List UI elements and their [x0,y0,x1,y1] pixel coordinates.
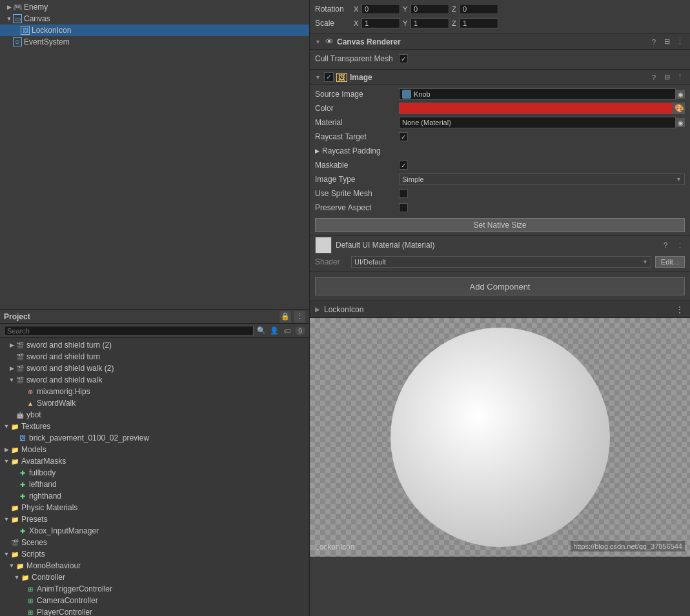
project-item-animtrigger[interactable]: ⊞ AnimTriggerController [0,583,309,595]
set-native-size-btn[interactable]: Set Native Size [315,218,685,232]
use-sprite-checkbox[interactable] [399,189,408,198]
preview-menu-btn[interactable]: ⋮ [675,304,685,315]
image-help[interactable]: ? [649,72,659,83]
source-image-picker-btn[interactable]: ◉ [676,90,685,99]
lock-btn[interactable]: 🔒 [279,311,291,323]
image-menu[interactable]: ⋮ [675,72,685,83]
arrow-xbox [10,527,18,535]
canvas-renderer-help[interactable]: ? [649,37,659,47]
scale-x-input[interactable] [361,18,400,28]
raycast-target-value [399,132,685,141]
ui-material-block: Default UI Material (Material) ? ⋮ Shade… [310,235,690,272]
material-help[interactable]: ? [660,240,671,250]
scale-y-axis: Y [403,19,409,27]
project-item-avatarmasks[interactable]: ▼ 📁 AvatarMasks [0,455,309,467]
image-enabled-check[interactable]: ✓ [324,72,334,82]
material-menu[interactable]: ⋮ [675,240,685,250]
search-icon-btn[interactable]: 🔍 [256,326,267,336]
label-swordturn: sword and shield turn [26,352,100,361]
shader-edit-btn[interactable]: Edit... [655,256,685,268]
project-item-physic[interactable]: 📁 Physic Materials [0,502,309,513]
icon-righthand: ✚ [18,492,27,501]
project-item-scenes[interactable]: 🎬 Scenes [0,537,309,548]
project-item-textures[interactable]: ▼ 📁 Textures [0,421,309,432]
color-row: Color 🎨 [315,102,685,115]
preserve-aspect-value [399,203,685,212]
arrow-swordwalk2: ▶ [8,364,15,372]
image-component-title: Image [350,73,646,82]
cull-transparent-label: Cull Transparent Mesh [315,54,399,63]
project-item-fullbody[interactable]: ✚ fullbody [0,467,309,479]
hierarchy-item-canvas[interactable]: ▼ ▭ Canvas [0,13,309,25]
preserve-aspect-checkbox[interactable] [399,203,408,212]
filter-btn[interactable]: 👤 [269,326,279,336]
project-item-player[interactable]: ⊞ PlayerController [0,606,309,616]
project-item-scripts[interactable]: ▼ 📁 Scripts [0,548,309,560]
arrow-models: ▶ [3,446,10,453]
project-item-righthand[interactable]: ✚ righthand [0,490,309,502]
more-btn[interactable]: ⋮ [294,311,305,323]
canvas-renderer-settings[interactable]: ⊟ [662,37,672,47]
rotation-fields: X Y Z [354,4,498,14]
preserve-aspect-row: Preserve Aspect [315,201,685,214]
material-picker-btn[interactable]: ◉ [676,118,685,127]
color-field[interactable] [399,103,673,114]
cull-transparent-checkbox[interactable] [399,54,408,63]
use-sprite-value [399,189,685,198]
image-icon: 🖼 [336,73,347,82]
scale-z-input[interactable] [460,18,498,28]
rotation-x-input[interactable] [361,4,400,14]
project-item-swordwalk2[interactable]: ▶ 🎬 sword and shield walk (2) [0,363,309,374]
rotation-z-axis: Z [452,5,458,13]
project-item-camera[interactable]: ⊞ CameraController [0,595,309,606]
rotation-z-input[interactable] [460,4,498,14]
project-item-swordturn2[interactable]: ▶ 🎬 sword and shield turn (2) [0,339,309,351]
hierarchy-item-eventsystem[interactable]: ⊙ EventSystem [0,36,309,48]
shader-dropdown[interactable]: UI/Default ▼ [351,256,651,268]
project-item-xbox[interactable]: ✚ Xbox_InputManager [0,525,309,537]
hierarchy-label-eventsystem: EventSystem [24,37,70,46]
project-item-presets[interactable]: ▼ 📁 Presets [0,513,309,525]
project-item-swordwalk[interactable]: ▼ 🎬 sword and shield walk [0,374,309,386]
color-label: Color [315,104,399,113]
project-item-ybot[interactable]: 🤖 ybot [0,409,309,421]
raycast-padding-label: ▶ Raycast Padding [315,146,399,155]
tag-btn[interactable]: 🏷 [282,326,292,336]
project-item-hips[interactable]: ⊕ mixamorig:Hips [0,386,309,397]
project-search-input[interactable] [4,326,254,336]
arrow-ybot [8,411,15,419]
hierarchy-item-lockonicon[interactable]: 🖼 LockonIcon [0,25,309,36]
hierarchy-label-canvas: Canvas [24,14,50,23]
scale-y-input[interactable] [411,18,449,28]
label-swordwalkfile: SwordWalk [37,399,76,408]
use-sprite-row: Use Sprite Mesh [315,187,685,200]
canvas-icon: ▭ [13,14,22,23]
search-badge: 9 [295,326,305,335]
label-swordturn2: sword and shield turn (2) [26,341,112,350]
rotation-y-input[interactable] [411,4,449,14]
shader-dropdown-arrow: ▼ [642,259,648,265]
source-image-field: Knob [399,88,676,100]
raycast-target-checkbox[interactable] [399,132,408,141]
project-item-monobehaviour[interactable]: ▼ 📁 MonoBehaviour [0,560,309,571]
maskable-checkbox[interactable] [399,161,408,170]
gameobj-icon-enemy: 🎮 [13,3,22,12]
project-item-brick[interactable]: 🖼 brick_pavement_0100_02_preview [0,432,309,444]
arrow-lefthand [10,481,18,488]
project-item-controller[interactable]: ▼ 📁 Controller [0,571,309,583]
label-swordwalk: sword and shield walk [26,375,102,384]
project-item-swordwalkfile[interactable]: ▲ SwordWalk [0,397,309,409]
color-picker-btn[interactable]: 🎨 [673,103,685,114]
material-value: None (Material) ◉ [399,117,685,128]
project-item-lefthand[interactable]: ✚ lefthand [0,479,309,490]
image-type-dropdown[interactable]: Simple ▼ [399,174,685,185]
hierarchy-item-enemy[interactable]: ▶ 🎮 Enemy [0,1,309,13]
canvas-renderer-eye[interactable]: 👁 [324,37,334,47]
project-item-swordturn[interactable]: 🎬 sword and shield turn [0,351,309,363]
project-item-models[interactable]: ▶ 📁 Models [0,444,309,455]
eventsystem-icon: ⊙ [13,37,22,46]
canvas-renderer-menu[interactable]: ⋮ [675,37,685,47]
add-component-btn[interactable]: Add Component [315,277,685,295]
image-settings[interactable]: ⊟ [662,72,672,83]
icon-animtrigger: ⊞ [26,584,35,593]
